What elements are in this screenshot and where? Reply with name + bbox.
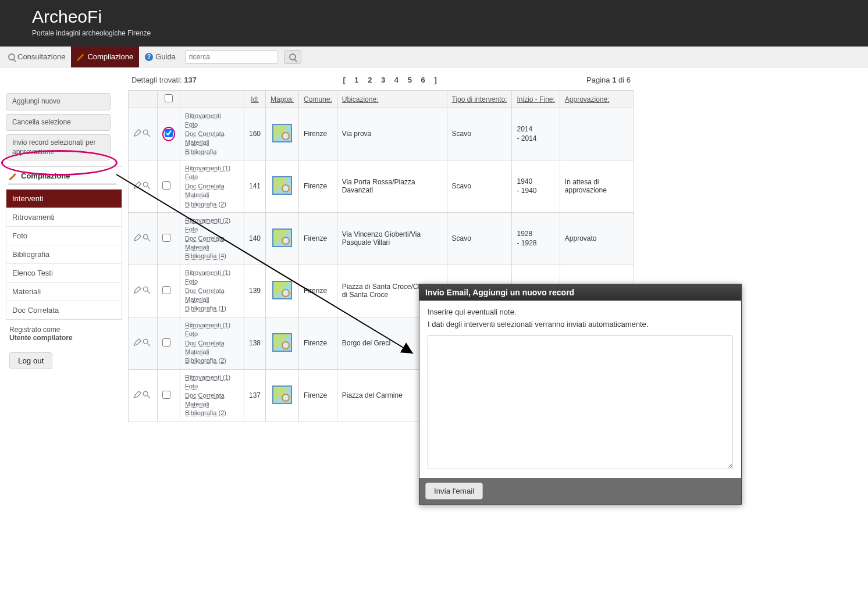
cell-ubicazione: Via Vincenzo Gioberti/Via Pasquale Villa… [337,212,447,265]
modal-notes-textarea[interactable] [428,335,733,422]
sidebar-item-interventi[interactable]: Interventi [6,190,122,208]
link-materiali[interactable]: Materiali [185,295,239,304]
link-ritrovamenti[interactable]: Ritrovamenti [185,112,239,120]
link-bibliografia[interactable]: Bibliografia (2) [185,356,239,365]
search-input[interactable] [185,50,278,64]
edit-icon[interactable] [133,234,141,242]
sidebar-item-elenco-testi[interactable]: Elenco Testi [6,263,122,282]
col-tipo[interactable]: Tipo di intervento: [447,91,512,108]
search-button[interactable] [284,50,301,64]
add-new-button[interactable]: Aggiungi nuovo [6,93,111,110]
link-foto[interactable]: Foto [185,225,239,234]
link-bibliografia[interactable]: Bibliografia (4) [185,252,239,260]
edit-icon[interactable] [133,181,141,190]
view-icon[interactable] [143,234,151,242]
col-mappa[interactable]: Mappa: [266,91,299,108]
cell-id: 141 [244,160,266,212]
modal-note-line1: Inserire qui eventuali note. [428,308,733,316]
link-bibliografia[interactable]: Bibliografia (2) [185,409,239,417]
cell-approvazione: Approvato [560,212,634,265]
pager[interactable]: [ 1 2 3 4 5 6 ] [343,76,440,84]
map-thumbnail-icon[interactable] [272,124,292,142]
link-bibliografia[interactable]: Bibliografia (1) [185,304,239,313]
link-foto[interactable]: Foto [185,330,239,338]
row-checkbox[interactable] [162,338,170,347]
link-bibliografia[interactable]: Bibliografia [185,148,239,156]
cell-approvazione [560,108,634,160]
link-materiali[interactable]: Materiali [185,243,239,252]
map-thumbnail-icon[interactable] [272,385,292,404]
nav-consultazione[interactable]: Consultazione [2,47,71,67]
sidebar-item-foto[interactable]: Foto [6,226,122,245]
edit-icon[interactable] [133,129,141,137]
cell-tipo: Scavo [447,160,512,212]
logout-button[interactable]: Log out [9,352,52,369]
cell-id: 139 [244,265,266,317]
link-doc-correlata[interactable]: Doc Correlata [185,234,239,243]
link-materiali[interactable]: Materiali [185,191,239,199]
send-selected-button[interactable]: Invio record selezionati per approvazion… [6,134,111,160]
link-doc-correlata[interactable]: Doc Correlata [185,391,239,400]
svg-point-0 [143,130,148,134]
map-thumbnail-icon[interactable] [272,176,292,195]
link-ritrovamenti[interactable]: Ritrovamenti (2) [185,216,239,225]
view-icon[interactable] [143,391,151,399]
edit-icon[interactable] [133,391,141,399]
link-foto[interactable]: Foto [185,173,239,181]
link-materiali[interactable]: Materiali [185,348,239,356]
view-icon[interactable] [143,338,151,347]
svg-point-2 [143,182,148,187]
col-id[interactable]: Id: [244,91,266,108]
svg-point-10 [143,391,148,396]
map-thumbnail-icon[interactable] [272,281,292,299]
row-checkbox[interactable] [162,391,170,399]
map-thumbnail-icon[interactable] [272,333,292,352]
link-materiali[interactable]: Materiali [185,138,239,147]
col-approvazione[interactable]: Approvazione: [560,91,634,108]
view-icon[interactable] [143,129,151,137]
nav-guida[interactable]: ? Guida [139,47,182,67]
view-icon[interactable] [143,286,151,294]
link-ritrovamenti[interactable]: Ritrovamenti (1) [185,373,239,382]
link-foto[interactable]: Foto [185,277,239,286]
col-select-all [158,91,180,108]
col-comune[interactable]: Comune: [299,91,337,108]
cell-id: 160 [244,108,266,160]
link-doc-correlata[interactable]: Doc Correlata [185,287,239,295]
sidebar-list: Interventi Ritrovamenti Foto Bibliografi… [6,189,122,320]
row-checkbox[interactable] [162,286,170,294]
col-links [180,91,244,108]
map-thumbnail-icon[interactable] [272,228,292,247]
link-doc-correlata[interactable]: Doc Correlata [185,339,239,348]
table-row: RitrovamentiFotoDoc CorrelataMaterialiBi… [129,108,634,160]
cell-id: 140 [244,212,266,265]
link-ritrovamenti[interactable]: Ritrovamenti (1) [185,164,239,173]
select-all-checkbox[interactable] [165,94,173,102]
sidebar-item-ritrovamenti[interactable]: Ritrovamenti [6,208,122,226]
edit-icon[interactable] [133,338,141,347]
link-doc-correlata[interactable]: Doc Correlata [185,130,239,138]
view-icon[interactable] [143,181,151,190]
cell-id: 138 [244,317,266,369]
nav-compilazione[interactable]: Compilazione [71,47,139,67]
edit-icon[interactable] [133,286,141,294]
row-checkbox[interactable] [165,129,173,137]
sidebar-item-bibliografia[interactable]: Bibliografia [6,245,122,263]
sidebar-item-materiali[interactable]: Materiali [6,282,122,301]
link-foto[interactable]: Foto [185,382,239,391]
svg-point-6 [143,287,148,291]
col-inizio-fine[interactable]: Inizio - Fine: [512,91,560,108]
link-ritrovamenti[interactable]: Ritrovamenti (1) [185,321,239,330]
col-ubicazione[interactable]: Ubicazione: [337,91,447,108]
link-bibliografia[interactable]: Bibliografia (2) [185,200,239,209]
sidebar-item-doc-correlata[interactable]: Doc Correlata [6,301,122,319]
row-checkbox[interactable] [162,234,170,242]
row-checkbox[interactable] [162,181,170,190]
link-doc-correlata[interactable]: Doc Correlata [185,182,239,191]
cell-ubicazione: Via Porta Rossa/Piazza Davanzati [337,160,447,212]
link-materiali[interactable]: Materiali [185,400,239,409]
nav-label: Guida [155,52,176,61]
cancel-selection-button[interactable]: Cancella selezione [6,114,111,131]
link-ritrovamenti[interactable]: Ritrovamenti (1) [185,269,239,277]
link-foto[interactable]: Foto [185,120,239,129]
